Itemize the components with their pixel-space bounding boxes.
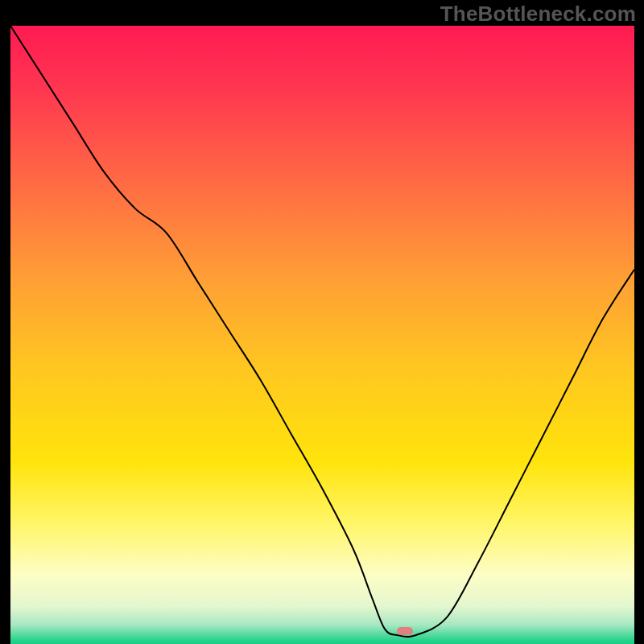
bottleneck-curve: [10, 26, 634, 635]
watermark-text: TheBottleneck.com: [440, 2, 636, 27]
plot-area: [10, 26, 634, 635]
chart-stage: TheBottleneck.com: [0, 0, 644, 644]
optimal-point-marker: [397, 627, 413, 635]
